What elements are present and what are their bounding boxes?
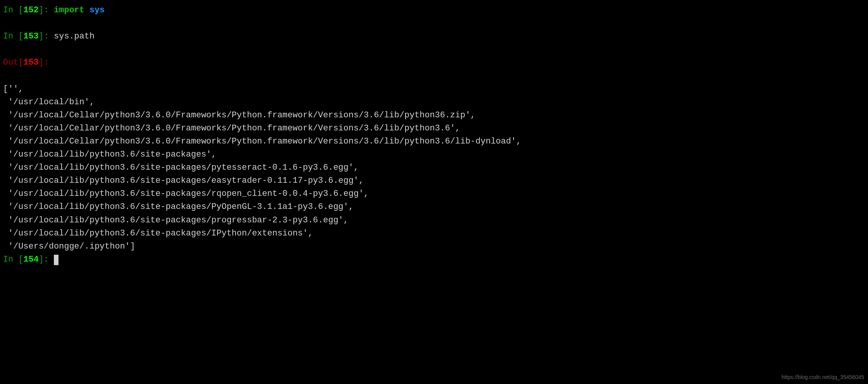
output-line: '/usr/local/lib/python3.6/site-packages/… xyxy=(3,176,364,185)
output-line: '/Users/dongge/.ipython'] xyxy=(3,242,135,251)
code-152: import sys xyxy=(54,5,105,15)
in-prompt-153: In [153]: xyxy=(3,32,54,41)
output-line: '/usr/local/lib/python3.6/site-packages/… xyxy=(3,215,349,225)
output-line: ['', xyxy=(3,84,23,94)
ipython-terminal[interactable]: In [152]: import sys In [153]: sys.path … xyxy=(3,4,865,266)
cell-154: In [154]: xyxy=(3,253,865,266)
out-cell-153: Out[153]: xyxy=(3,56,865,69)
code-153: sys.path xyxy=(54,32,95,41)
cell-153: In [153]: sys.path xyxy=(3,30,865,43)
out-prompt-153: Out[153]: xyxy=(3,58,54,67)
output-line: '/usr/local/lib/python3.6/site-packages'… xyxy=(3,150,217,159)
cell-152: In [152]: import sys xyxy=(3,4,865,17)
keyword-import: import xyxy=(54,5,84,15)
in-prompt-152: In [152]: xyxy=(3,5,54,15)
cursor-icon[interactable] xyxy=(54,255,58,265)
in-prompt-154: In [154]: xyxy=(3,255,54,264)
output-line: '/usr/local/lib/python3.6/site-packages/… xyxy=(3,189,369,199)
output-line: '/usr/local/Cellar/python3/3.6.0/Framewo… xyxy=(3,110,476,120)
output-line: '/usr/local/Cellar/python3/3.6.0/Framewo… xyxy=(3,137,521,146)
output-line: '/usr/local/Cellar/python3/3.6.0/Framewo… xyxy=(3,124,460,133)
watermark: https://blog.csdn.net/qq_35456045 xyxy=(781,373,864,382)
output-line: '/usr/local/lib/python3.6/site-packages/… xyxy=(3,229,313,238)
module-sys: sys xyxy=(89,5,105,15)
output-line: '/usr/local/lib/python3.6/site-packages/… xyxy=(3,202,354,212)
output-line: '/usr/local/bin', xyxy=(3,97,95,107)
output-line: '/usr/local/lib/python3.6/site-packages/… xyxy=(3,163,359,172)
